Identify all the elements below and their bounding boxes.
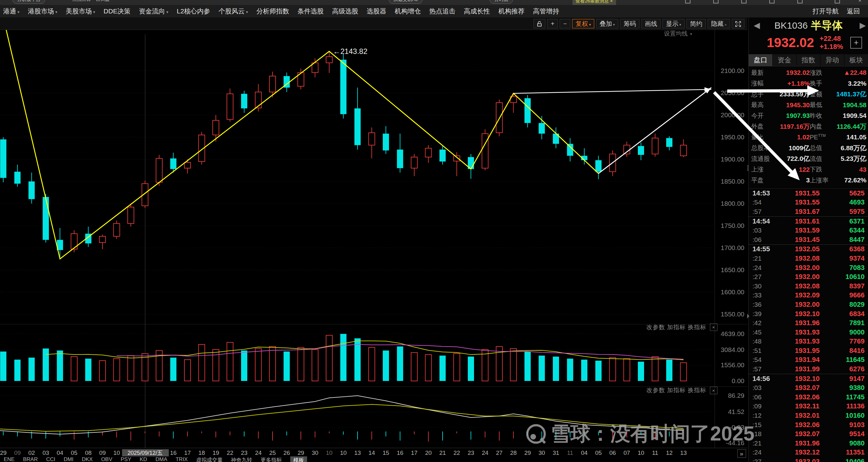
- tick-volume: 11645: [832, 356, 865, 364]
- tick-price: 1931.55: [782, 198, 832, 206]
- titlebar-pill-right-2[interactable]: 分时图: [490, 0, 513, 4]
- menu-item-12[interactable]: 机构增仓: [395, 7, 421, 16]
- stat-label: 上涨: [751, 165, 777, 174]
- svg-text:0.00: 0.00: [732, 377, 744, 384]
- menu-item-15[interactable]: 机构推荐: [498, 7, 525, 16]
- tick-row: :061931.458447: [749, 235, 868, 244]
- tick-volume: 9103: [832, 421, 865, 429]
- titlebar-pill-left-1[interactable]: 分析股平台: [12, 0, 45, 4]
- stat-value: 5.23万亿: [836, 154, 866, 163]
- kline-chart[interactable]: 2100.002050.002000.001950.001900.001850.…: [0, 0, 868, 462]
- menu-item-4[interactable]: DDE决策: [104, 7, 130, 16]
- menu-item-10[interactable]: 高级选股: [332, 7, 358, 16]
- quote-tab-异动[interactable]: 异动: [820, 54, 844, 66]
- new-message-notice[interactable]: 查看26条新消息 ×: [572, 0, 616, 5]
- svg-text:08: 08: [85, 450, 92, 456]
- toolbar-button-叠加[interactable]: 叠加▾: [596, 19, 618, 28]
- tick-row: :541931.554693: [749, 198, 868, 207]
- expand-icon-button[interactable]: [732, 19, 744, 28]
- window-button-3[interactable]: [741, 0, 747, 3]
- tick-volume: 8397: [832, 282, 865, 290]
- tick-time: :06: [752, 394, 782, 401]
- tick-price: 1932.10: [782, 310, 832, 318]
- quote-tab-板块[interactable]: 板块: [844, 54, 868, 66]
- menu-item-16[interactable]: 高管增持: [533, 7, 559, 16]
- indicator-tab-神奇九转[interactable]: 神奇九转: [231, 456, 252, 462]
- indicator-tab-虚拟成交量[interactable]: 虚拟成交量: [196, 456, 223, 462]
- menu-item-5[interactable]: 资金流向▾: [139, 7, 168, 16]
- svg-text:2050.00: 2050.00: [721, 89, 744, 96]
- menu-item-2[interactable]: 港股市场▾: [28, 7, 58, 16]
- toolbar-button-筹码[interactable]: 筹码: [620, 19, 640, 28]
- toolbar-button-−[interactable]: −: [560, 19, 570, 28]
- menu-item-6[interactable]: L2核心内参: [177, 7, 210, 16]
- svg-text:1700.00: 1700.00: [721, 244, 744, 251]
- menu-item-9[interactable]: 条件选股: [298, 7, 323, 16]
- titlebar-pill-right-1[interactable]: 快速交易HL: [389, 0, 423, 4]
- window-minmax-button[interactable]: [835, 0, 840, 3]
- indicator-tab-CCI[interactable]: CCI: [46, 456, 55, 462]
- tick-list[interactable]: 14:531931.555625:541931.554693:571931.67…: [749, 188, 868, 462]
- indicator-tab-KD[interactable]: KD: [140, 456, 147, 462]
- indicator-tab-DMI[interactable]: DMI: [64, 456, 73, 462]
- tick-time: 14:55: [752, 245, 782, 253]
- next-stock-icon[interactable]: ▶: [860, 21, 866, 30]
- menu-item-3[interactable]: 美股市场▾: [66, 7, 95, 16]
- tick-time: :03: [752, 227, 782, 234]
- tick-volume: 4693: [832, 198, 865, 206]
- menu-item-13[interactable]: 热点追击: [429, 7, 455, 16]
- stat-label: 量比: [751, 133, 777, 142]
- window-button-4[interactable]: [769, 0, 775, 3]
- window-close-icon[interactable]: ×: [858, 0, 862, 4]
- quote-tab-资金[interactable]: 资金: [773, 54, 797, 66]
- indicator-tab-PSY[interactable]: PSY: [121, 456, 131, 462]
- indicator-tab-OBV[interactable]: OBV: [101, 456, 113, 462]
- toolbar-button-简约[interactable]: 简约: [686, 19, 706, 28]
- svg-text:20: 20: [425, 450, 432, 456]
- toolbar-button-复权[interactable]: 复权▾: [572, 19, 594, 28]
- menu-item-11[interactable]: 选股器: [367, 7, 386, 16]
- titlebar-pill-left-2[interactable]: 焦点三合一台实盘: [68, 0, 114, 3]
- menu-item-7[interactable]: 个股风云▾: [219, 7, 248, 16]
- menu-item-8[interactable]: 分析师指数: [256, 7, 289, 16]
- indicator-tab-DKX[interactable]: DKX: [82, 456, 93, 462]
- tick-row: :181932.079514: [749, 429, 868, 439]
- notice-close-icon[interactable]: ×: [610, 0, 613, 3]
- tick-row: :031931.596344: [749, 226, 868, 235]
- lock-icon-button[interactable]: [533, 19, 545, 28]
- indicator-tab-active[interactable]: 模板: [290, 456, 307, 462]
- quote-tab-盘口[interactable]: 盘口: [749, 54, 773, 66]
- stat-row: 最新1932.02涨跌▲22.48: [749, 67, 868, 78]
- tick-time: :45: [752, 328, 782, 336]
- menu-item-14[interactable]: 高成长性: [464, 7, 490, 16]
- add-to-watchlist-button[interactable]: +: [850, 37, 862, 49]
- svg-text:▾: ▾: [690, 32, 692, 36]
- indicator-tab-更多指标[interactable]: 更多指标: [261, 456, 282, 462]
- toolbar-button-显示[interactable]: 显示▾: [662, 19, 685, 28]
- indicator-tab-TRIX[interactable]: TRIX: [176, 456, 188, 462]
- window-button-2[interactable]: [713, 0, 718, 3]
- chevrons-right-icon: »: [724, 23, 726, 27]
- svg-text:»: »: [740, 450, 743, 457]
- menu-right-2[interactable]: 返回: [847, 7, 860, 16]
- indicator-tab-DMA[interactable]: DMA: [155, 456, 167, 462]
- notice-text: 查看26条新消息: [576, 0, 609, 3]
- stat-value: 1909.54: [836, 112, 866, 119]
- window-button-1[interactable]: [685, 0, 690, 3]
- menu-right-1[interactable]: 打开导航: [812, 7, 839, 16]
- svg-text:2025/09/12/五: 2025/09/12/五: [127, 450, 162, 456]
- quote-tab-指数[interactable]: 指数: [797, 54, 821, 66]
- svg-text:30: 30: [312, 450, 318, 456]
- tick-time: :09: [752, 402, 782, 410]
- toolbar-button-+[interactable]: +: [547, 19, 558, 28]
- indicator-tab-ENE[interactable]: ENE: [4, 456, 14, 462]
- svg-text:26: 26: [283, 450, 290, 456]
- toolbar-button-画线[interactable]: 画线: [641, 19, 660, 28]
- toolbar-button-隐藏[interactable]: 隐藏»: [708, 19, 730, 28]
- tick-row: :541931.9411645: [749, 355, 868, 365]
- menu-item-1[interactable]: 港通▾: [3, 7, 20, 16]
- tick-row: :091932.1111136: [749, 402, 868, 411]
- prev-stock-icon[interactable]: ◀: [754, 21, 760, 30]
- window-button-5[interactable]: [797, 0, 803, 3]
- indicator-tab-BRAR[interactable]: BRAR: [23, 456, 38, 462]
